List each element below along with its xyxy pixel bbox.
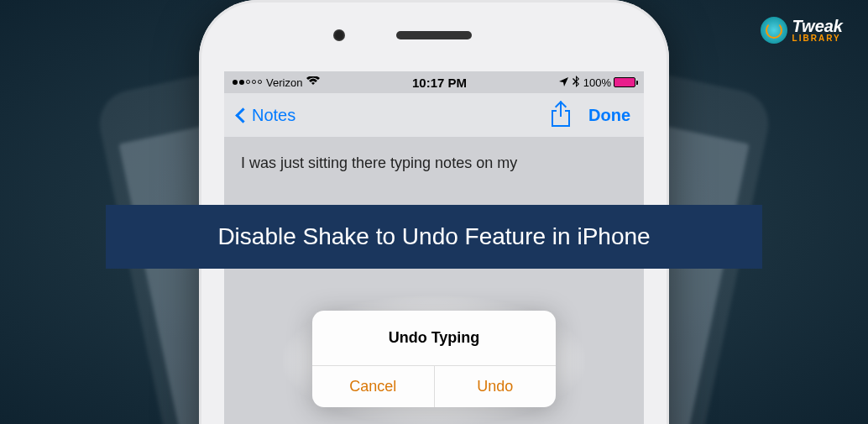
brand-sub: LIBRARY <box>792 34 843 43</box>
wifi-icon <box>306 76 320 89</box>
note-text[interactable]: I was just sitting there typing notes on… <box>224 137 644 190</box>
back-label: Notes <box>252 106 295 125</box>
brand-name: Tweak <box>792 18 843 34</box>
back-button[interactable]: Notes <box>238 106 295 125</box>
bluetooth-icon <box>573 76 579 90</box>
status-time: 10:17 PM <box>412 76 467 90</box>
share-button[interactable] <box>552 103 570 127</box>
chevron-left-icon <box>235 107 250 123</box>
carrier-label: Verizon <box>266 76 302 89</box>
banner-title: Disable Shake to Undo Feature in iPhone <box>131 223 737 250</box>
battery-percent: 100% <box>583 76 611 89</box>
cancel-button[interactable]: Cancel <box>312 366 435 407</box>
phone-speaker <box>396 31 472 39</box>
brand-logo: Tweak LIBRARY <box>761 17 843 44</box>
undo-dialog: Undo Typing Cancel Undo <box>312 311 556 407</box>
share-box-icon <box>552 112 570 127</box>
battery-indicator: 100% <box>583 76 635 89</box>
status-bar: Verizon 10:17 PM 100% <box>224 71 644 93</box>
signal-strength-icon <box>233 80 262 85</box>
navigation-bar: Notes Done <box>224 93 644 137</box>
battery-icon <box>614 77 635 87</box>
undo-button[interactable]: Undo <box>435 366 557 407</box>
dialog-title: Undo Typing <box>312 311 556 365</box>
location-icon <box>559 76 568 89</box>
title-banner: Disable Shake to Undo Feature in iPhone <box>106 205 762 269</box>
done-button[interactable]: Done <box>588 106 630 125</box>
brand-icon <box>761 17 787 44</box>
phone-camera <box>333 29 345 41</box>
